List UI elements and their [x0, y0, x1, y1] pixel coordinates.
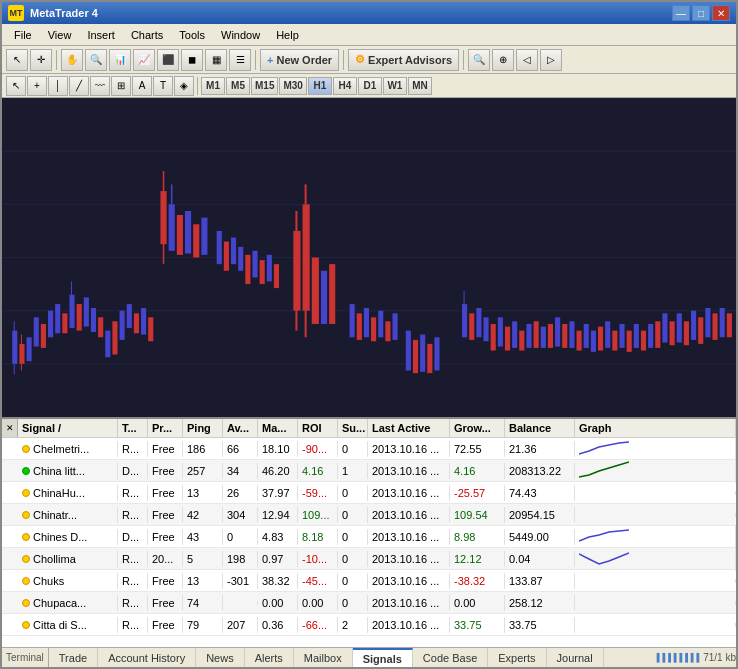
- panel-close-btn[interactable]: ✕: [2, 419, 18, 437]
- chart3-btn[interactable]: ⬛: [157, 49, 179, 71]
- new-order-btn[interactable]: + New Order: [260, 49, 339, 71]
- col-la-header[interactable]: Last Active: [368, 419, 450, 437]
- table-row[interactable]: Citta di S... R... Free 79 207 0.36 -66.…: [2, 614, 736, 636]
- tab-journal[interactable]: Journal: [547, 648, 604, 667]
- cell-balance: 5449.00: [505, 529, 575, 545]
- cross-tool[interactable]: +: [27, 76, 47, 96]
- chart6-btn[interactable]: ☰: [229, 49, 251, 71]
- svg-rect-47: [267, 255, 272, 282]
- zoom-out-btn2[interactable]: 🔍: [468, 49, 490, 71]
- table-row[interactable]: Chupaca... R... Free 74 0.00 0.00 0 2013…: [2, 592, 736, 614]
- menu-item-file[interactable]: File: [6, 27, 40, 43]
- kb-display: 71/1 kb: [703, 652, 736, 663]
- svg-rect-84: [555, 317, 560, 346]
- svg-rect-106: [712, 313, 717, 340]
- color-tool[interactable]: ◈: [174, 76, 194, 96]
- minimize-button[interactable]: —: [672, 5, 690, 21]
- col-su-header[interactable]: Su...: [338, 419, 368, 437]
- table-row[interactable]: Chines D... D... Free 43 0 4.83 8.18 0 2…: [2, 526, 736, 548]
- tf-d1[interactable]: D1: [358, 77, 382, 95]
- col-t-header[interactable]: T...: [118, 419, 148, 437]
- cell-signal-name: Chinatr...: [18, 507, 118, 523]
- expert-advisors-btn[interactable]: ⚙ Expert Advisors: [348, 49, 459, 71]
- hand-tool-btn[interactable]: ✋: [61, 49, 83, 71]
- chart-btn[interactable]: 📊: [109, 49, 131, 71]
- tab-signals[interactable]: Signals: [353, 648, 413, 667]
- col-ma-header[interactable]: Ma...: [258, 419, 298, 437]
- svg-rect-66: [413, 340, 418, 373]
- menu-item-insert[interactable]: Insert: [79, 27, 123, 43]
- table-row[interactable]: Chelmetri... R... Free 186 66 18.10 -90.…: [2, 438, 736, 460]
- maximize-button[interactable]: □: [692, 5, 710, 21]
- zoom-in-btn2[interactable]: ⊕: [492, 49, 514, 71]
- col-av-header[interactable]: Av...: [223, 419, 258, 437]
- cross-tool-btn[interactable]: ✛: [30, 49, 52, 71]
- signals-panel: ✕ Signal / T... Pr... Ping Av...: [2, 417, 736, 647]
- cell-pr: Free: [148, 441, 183, 457]
- cursor-tool[interactable]: ↖: [6, 76, 26, 96]
- tf-m5[interactable]: M5: [226, 77, 250, 95]
- table-row[interactable]: ChinaHu... R... Free 13 26 37.97 -59... …: [2, 482, 736, 504]
- svg-rect-18: [69, 295, 74, 328]
- text2-tool[interactable]: T: [153, 76, 173, 96]
- menu-item-tools[interactable]: Tools: [171, 27, 213, 43]
- tab-experts[interactable]: Experts: [488, 648, 546, 667]
- col-graph-header[interactable]: Graph: [575, 419, 736, 437]
- tab-mailbox[interactable]: Mailbox: [294, 648, 353, 667]
- tf-m15[interactable]: M15: [251, 77, 278, 95]
- cell-av: 26: [223, 485, 258, 501]
- menu-item-help[interactable]: Help: [268, 27, 307, 43]
- col-balance-header[interactable]: Balance: [505, 419, 575, 437]
- diag-tool[interactable]: ╱: [69, 76, 89, 96]
- table-row[interactable]: Chuks R... Free 13 -301 38.32 -45... 0 2…: [2, 570, 736, 592]
- table-row[interactable]: China litt... D... Free 257 34 46.20 4.1…: [2, 460, 736, 482]
- grid-tool[interactable]: ⊞: [111, 76, 131, 96]
- signal-dot: [22, 467, 30, 475]
- table-row[interactable]: Chollima R... 20... 5 198 0.97 -10... 0 …: [2, 548, 736, 570]
- col-ping-header[interactable]: Ping: [183, 419, 223, 437]
- signal-dot: [22, 621, 30, 629]
- chart-area[interactable]: [2, 98, 736, 417]
- cell-ping: 186: [183, 441, 223, 457]
- tab-trade[interactable]: Trade: [49, 648, 98, 667]
- wave-tool[interactable]: 〰: [90, 76, 110, 96]
- zoom-in-btn[interactable]: 🔍: [85, 49, 107, 71]
- cell-av: -301: [223, 573, 258, 589]
- arrow-tool-btn[interactable]: ↖: [6, 49, 28, 71]
- tab-news[interactable]: News: [196, 648, 245, 667]
- tab-alerts[interactable]: Alerts: [245, 648, 294, 667]
- col-roi-header[interactable]: ROI: [298, 419, 338, 437]
- chart2-btn[interactable]: 📈: [133, 49, 155, 71]
- tf-mn[interactable]: MN: [408, 77, 432, 95]
- scroll2-btn[interactable]: ▷: [540, 49, 562, 71]
- chart5-btn[interactable]: ▦: [205, 49, 227, 71]
- line-tool[interactable]: │: [48, 76, 68, 96]
- cell-graph: [575, 491, 736, 495]
- svg-rect-101: [677, 313, 682, 342]
- svg-rect-57: [329, 264, 335, 324]
- tab-account-history[interactable]: Account History: [98, 648, 196, 667]
- col-signal-header[interactable]: Signal /: [18, 419, 118, 437]
- tf-m1[interactable]: M1: [201, 77, 225, 95]
- svg-rect-43: [238, 247, 243, 271]
- menu-item-view[interactable]: View: [40, 27, 80, 43]
- table-row[interactable]: Chinatr... R... Free 42 304 12.94 109...…: [2, 504, 736, 526]
- chart4-btn[interactable]: ◼: [181, 49, 203, 71]
- menu-item-charts[interactable]: Charts: [123, 27, 171, 43]
- scroll-btn[interactable]: ◁: [516, 49, 538, 71]
- tf-w1[interactable]: W1: [383, 77, 407, 95]
- col-grow-header[interactable]: Grow...: [450, 419, 505, 437]
- tf-h1[interactable]: H1: [308, 77, 332, 95]
- close-button[interactable]: ✕: [712, 5, 730, 21]
- tab-codebase[interactable]: Code Base: [413, 648, 488, 667]
- col-pr-header[interactable]: Pr...: [148, 419, 183, 437]
- tf-h4[interactable]: H4: [333, 77, 357, 95]
- cell-signal-name: Chelmetri...: [18, 441, 118, 457]
- svg-rect-42: [231, 238, 236, 265]
- svg-rect-65: [406, 331, 411, 371]
- text-tool[interactable]: A: [132, 76, 152, 96]
- tf-m30[interactable]: M30: [279, 77, 306, 95]
- menu-item-window[interactable]: Window: [213, 27, 268, 43]
- cell-t: D...: [118, 463, 148, 479]
- cell-grow: 0.00: [450, 595, 505, 611]
